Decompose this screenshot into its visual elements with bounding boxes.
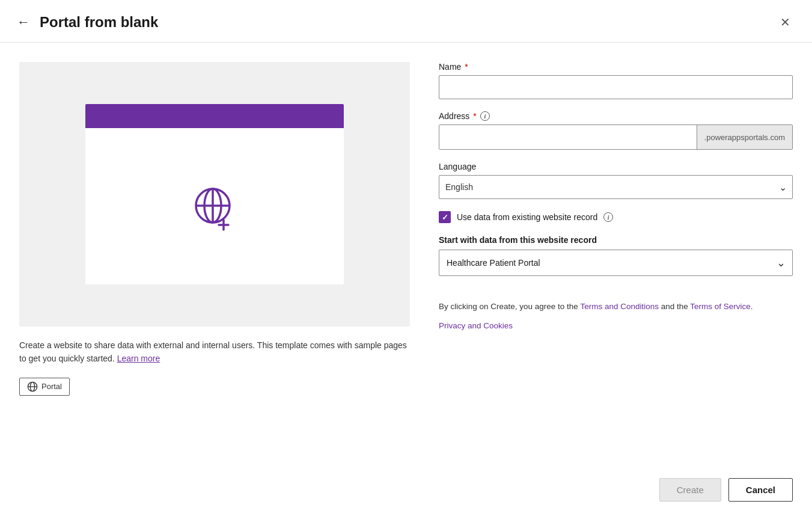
address-suffix: .powerappsportals.com [697,125,792,149]
cancel-button[interactable]: Cancel [728,478,793,502]
name-input[interactable] [439,75,793,99]
address-label: Address * i [439,111,793,121]
terms-text: By clicking on Create, you agree to the … [439,300,793,332]
language-select-wrapper: English ⌄ [439,175,793,199]
back-arrow-icon: ← [17,14,30,30]
dialog-header: ← Portal from blank ✕ [0,0,812,43]
dialog: ← Portal from blank ✕ [0,0,812,516]
checkbox-info-icon: i [603,212,613,222]
create-button[interactable]: Create [659,478,721,502]
right-panel: Name * Address * i .powerappsportals.com [439,62,793,464]
checkbox-row: ✓ Use data from existing website record … [439,211,793,223]
website-record-field-group: Start with data from this website record… [439,235,793,276]
existing-website-checkbox[interactable]: ✓ [439,211,451,223]
preview-content [85,128,344,284]
preview-inner [85,104,344,284]
language-select[interactable]: English [439,175,793,199]
language-field-group: Language English ⌄ [439,162,793,199]
website-record-select[interactable]: Healthcare Patient Portal [439,250,793,276]
tag-globe-icon [27,381,38,392]
address-input[interactable] [439,125,697,149]
back-button[interactable]: ← [14,12,32,32]
preview-header-bar [85,104,344,128]
name-required-star: * [465,62,468,72]
close-icon: ✕ [780,15,790,29]
address-field-group: Address * i .powerappsportals.com [439,111,793,150]
privacy-cookies-link[interactable]: Privacy and Cookies [439,319,793,333]
address-required-star: * [473,111,476,121]
checkbox-check-icon: ✓ [442,213,448,222]
website-record-label: Start with data from this website record [439,235,793,245]
preview-box [19,62,410,327]
portal-tag: Portal [19,378,70,396]
description: Create a website to share data with exte… [19,339,410,366]
name-field-group: Name * [439,62,793,99]
dialog-title: Portal from blank [40,14,158,31]
name-label: Name * [439,62,793,72]
terms-of-service-link[interactable]: Terms of Service [690,302,751,311]
dialog-body: Create a website to share data with exte… [0,43,812,464]
left-panel: Create a website to share data with exte… [19,62,410,464]
address-info-icon: i [480,111,490,121]
terms-and-conditions-link[interactable]: Terms and Conditions [580,302,659,311]
checkbox-label: Use data from existing website record [457,212,597,222]
learn-more-link[interactable]: Learn more [117,354,160,363]
website-record-dropdown-wrapper: Healthcare Patient Portal ⌄ [439,250,793,276]
language-label: Language [439,162,793,171]
tag-row: Portal [19,378,410,396]
dialog-footer: Create Cancel [0,464,812,516]
globe-plus-icon [188,179,242,233]
tag-label: Portal [41,382,62,391]
close-button[interactable]: ✕ [778,13,793,32]
address-input-row: .powerappsportals.com [439,124,793,150]
